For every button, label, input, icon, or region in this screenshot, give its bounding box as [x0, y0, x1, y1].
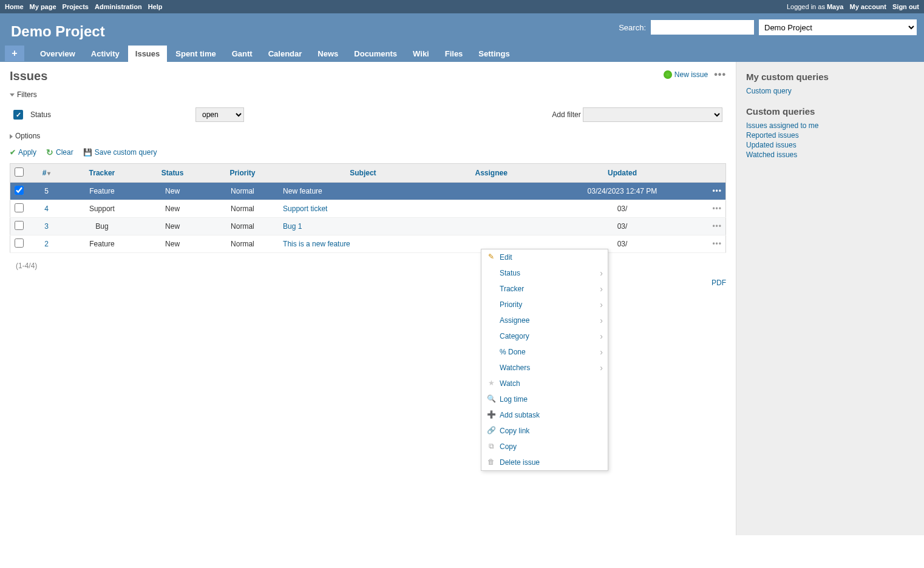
logged-as: Logged in as Maya — [787, 3, 844, 10]
options-legend[interactable]: Options — [10, 130, 40, 141]
cell-subject: This is a new feature — [279, 235, 447, 253]
query-watched[interactable]: Watched issues — [746, 150, 797, 159]
issue-id-link[interactable]: 3 — [44, 222, 49, 231]
issue-id-link[interactable]: 5 — [44, 187, 49, 195]
issue-id-link[interactable]: 2 — [44, 240, 49, 248]
clear-button[interactable]: Clear — [46, 147, 73, 157]
cell-assignee — [447, 218, 536, 235]
add-icon: ➕ — [486, 410, 496, 420]
add-filter-select[interactable] — [583, 107, 722, 122]
row-actions-icon[interactable]: ••• — [712, 187, 722, 195]
cm-category[interactable]: Category — [481, 328, 608, 344]
sort-desc-icon: ▾ — [47, 170, 50, 177]
cm-copy[interactable]: ⧉Copy — [481, 439, 608, 455]
tab-documents[interactable]: Documents — [347, 46, 404, 62]
cm-watch[interactable]: ★Watch — [481, 376, 608, 391]
cm-edit[interactable]: ✎Edit — [481, 249, 608, 265]
issue-subject-link[interactable]: This is a new feature — [283, 240, 350, 248]
query-reported[interactable]: Reported issues — [746, 131, 799, 140]
col-updated[interactable]: Updated — [536, 164, 709, 183]
cell-status: New — [139, 218, 205, 235]
top-link-signout[interactable]: Sign out — [892, 3, 919, 10]
row-actions-icon[interactable]: ••• — [712, 240, 722, 248]
top-link-myaccount[interactable]: My account — [849, 3, 886, 10]
col-id[interactable]: #▾ — [29, 164, 65, 183]
col-status[interactable]: Status — [139, 164, 205, 183]
issue-subject-link[interactable]: Support ticket — [283, 205, 327, 213]
tab-files[interactable]: Files — [438, 46, 470, 62]
query-updated[interactable]: Updated issues — [746, 141, 797, 149]
issues-table: #▾ Tracker Status Priority Subject Assig… — [10, 163, 726, 253]
row-checkbox[interactable] — [15, 238, 24, 248]
cm-priority[interactable]: Priority — [481, 297, 608, 313]
issue-subject-link[interactable]: New feature — [283, 187, 322, 195]
new-issue-link[interactable]: New issue — [664, 70, 708, 79]
top-link-mypage[interactable]: My page — [30, 3, 56, 10]
apply-button[interactable]: Apply — [10, 147, 36, 157]
tab-calendar[interactable]: Calendar — [261, 46, 310, 62]
cm-assignee[interactable]: Assignee — [481, 313, 608, 328]
tab-issues[interactable]: Issues — [128, 46, 167, 62]
table-row[interactable]: 4SupportNewNormalSupport ticket03/••• — [10, 200, 726, 218]
current-user-link[interactable]: Maya — [827, 3, 844, 10]
search-input[interactable] — [651, 20, 754, 35]
filters-legend[interactable]: Filters — [10, 89, 37, 100]
table-row[interactable]: 5FeatureNewNormalNew feature03/24/2023 1… — [10, 183, 726, 200]
top-menu-left: Home My page Projects Administration Hel… — [5, 3, 162, 10]
row-checkbox[interactable] — [15, 203, 24, 212]
tab-activity[interactable]: Activity — [84, 46, 127, 62]
status-operator-select[interactable]: open — [195, 107, 244, 122]
row-checkbox[interactable] — [15, 221, 24, 230]
cm-watchers[interactable]: Watchers — [481, 360, 608, 376]
cell-subject: Support ticket — [279, 200, 447, 218]
issue-id-link[interactable]: 4 — [44, 205, 49, 213]
new-object-button[interactable]: + — [5, 46, 24, 61]
top-link-home[interactable]: Home — [5, 3, 24, 10]
cm-done[interactable]: % Done — [481, 344, 608, 360]
cm-delete[interactable]: 🗑Delete issue — [481, 455, 608, 470]
cm-tracker[interactable]: Tracker — [481, 281, 608, 297]
query-assigned-to-me[interactable]: Issues assigned to me — [746, 121, 818, 130]
row-actions-icon[interactable]: ••• — [712, 205, 722, 213]
project-select[interactable]: Demo Project — [759, 19, 917, 35]
cm-copy-link[interactable]: 🔗Copy link — [481, 423, 608, 439]
top-link-admin[interactable]: Administration — [95, 3, 142, 10]
tab-settings[interactable]: Settings — [471, 46, 517, 62]
edit-icon: ✎ — [486, 252, 496, 262]
cm-status[interactable]: Status — [481, 265, 608, 281]
status-filter-checkbox[interactable] — [13, 110, 23, 120]
col-assignee[interactable]: Assignee — [447, 164, 536, 183]
row-checkbox[interactable] — [15, 186, 24, 195]
tab-spent-time[interactable]: Spent time — [168, 46, 223, 62]
cm-add-subtask[interactable]: ➕Add subtask — [481, 407, 608, 423]
actions-menu-icon[interactable]: ••• — [714, 69, 726, 80]
top-link-projects[interactable]: Projects — [63, 3, 89, 10]
page-title: Issues — [10, 69, 726, 83]
tab-overview[interactable]: Overview — [33, 46, 83, 62]
issue-subject-link[interactable]: Bug 1 — [283, 222, 302, 231]
top-link-help[interactable]: Help — [148, 3, 163, 10]
cell-tracker: Feature — [65, 235, 140, 253]
my-queries-heading: My custom queries — [746, 72, 914, 82]
custom-query-link[interactable]: Custom query — [746, 87, 792, 95]
cm-log-time[interactable]: 🔍Log time — [481, 391, 608, 407]
cell-status: New — [139, 235, 205, 253]
copy-icon: ⧉ — [486, 442, 496, 451]
cell-tracker: Feature — [65, 183, 140, 200]
pagination: (1-4/4) — [16, 262, 720, 270]
table-row[interactable]: 2FeatureNewNormalThis is a new feature03… — [10, 235, 726, 253]
select-all-checkbox[interactable] — [15, 167, 24, 177]
tab-wiki[interactable]: Wiki — [406, 46, 437, 62]
format-pdf-link[interactable]: PDF — [712, 279, 726, 287]
save-query-button[interactable]: Save custom query — [83, 147, 157, 157]
main: New issue ••• Issues Filters Status open… — [0, 62, 924, 535]
cell-status: New — [139, 200, 205, 218]
tab-news[interactable]: News — [310, 46, 345, 62]
tab-gantt[interactable]: Gantt — [225, 46, 260, 62]
row-actions-icon[interactable]: ••• — [712, 222, 722, 231]
cell-subject: New feature — [279, 183, 447, 200]
col-priority[interactable]: Priority — [206, 164, 279, 183]
table-row[interactable]: 3BugNewNormalBug 103/••• — [10, 218, 726, 235]
col-subject[interactable]: Subject — [279, 164, 447, 183]
col-tracker[interactable]: Tracker — [65, 164, 140, 183]
